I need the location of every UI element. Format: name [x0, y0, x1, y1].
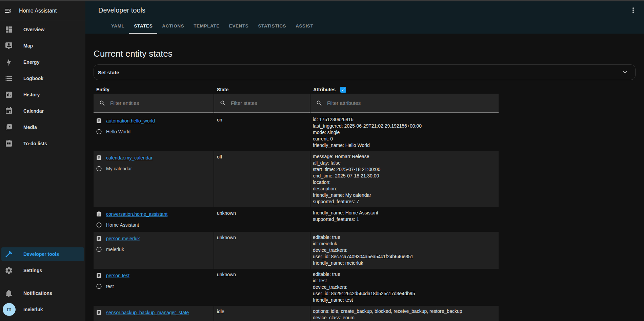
window-top-edge — [0, 0, 644, 1]
filter-row — [94, 94, 644, 113]
friendly-name: Hello World — [106, 129, 130, 134]
calendar-icon — [5, 107, 13, 115]
entity-id-link[interactable]: sensor.backup_backup_manager_state — [106, 310, 189, 315]
attribute-line: id: meierluk — [313, 241, 496, 247]
app-title: Home Assistant — [19, 8, 57, 14]
copy-entity-id-icon[interactable] — [96, 309, 102, 316]
info-icon[interactable] — [96, 166, 102, 172]
copy-entity-id-icon[interactable] — [96, 272, 102, 279]
attributes-checkbox[interactable] — [340, 87, 346, 93]
copy-entity-id-icon[interactable] — [96, 211, 102, 217]
attribute-line: friendly_name: My calendar — [313, 192, 496, 199]
attributes-cell: id: 1751230926816last_triggered: 2025-06… — [310, 114, 499, 151]
sidebar-spacer — [0, 152, 85, 245]
sidebar-item-logbook[interactable]: Logbook — [0, 70, 85, 87]
search-icon — [316, 100, 323, 107]
attributes-cell: editable: trueid: testdevice_trackers:us… — [310, 269, 499, 306]
info-icon[interactable] — [96, 222, 102, 228]
info-icon[interactable] — [96, 246, 102, 252]
sidebar-item-history[interactable]: History — [0, 87, 85, 103]
attributes-cell: options: idle, create_backup, blocked, r… — [310, 306, 499, 321]
sidebar-toggle-icon[interactable] — [4, 7, 12, 15]
play-box-multiple-icon — [5, 123, 13, 131]
sidebar-item-label: Map — [23, 43, 33, 49]
attribute-line: location: — [313, 179, 496, 186]
attributes-cell: message: Homarr Releaseall_day: falsesta… — [310, 151, 499, 207]
sidebar-profile[interactable]: m meierluk — [0, 301, 85, 318]
info-icon[interactable] — [96, 129, 102, 135]
notifications-label: Notifications — [23, 290, 52, 296]
attribute-line: user_id: 8ec7ca7409304a5ea54c1f24b646e35… — [313, 253, 496, 260]
section-heading: Current entity states — [94, 49, 644, 59]
sidebar-item-label: Overview — [23, 27, 44, 32]
format-list-bulleted-icon — [5, 74, 13, 82]
tooltip-account-icon — [5, 42, 13, 50]
sidebar-item-developer-tools[interactable]: Developer tools — [1, 247, 84, 261]
copy-entity-id-icon[interactable] — [96, 155, 102, 161]
tab-template[interactable]: TEMPLATE — [189, 19, 224, 34]
sidebar-item-settings[interactable]: Settings — [0, 262, 85, 279]
attribute-line: supported_features: 7 — [313, 199, 496, 205]
tab-assist[interactable]: ASSIST — [291, 19, 318, 34]
table-row: person.test test unknown editable: truei… — [94, 269, 644, 306]
table-row: person.meierluk meierluk unknown editabl… — [94, 232, 644, 269]
attribute-line: friendly_name: meierluk — [313, 260, 496, 266]
sidebar-item-notifications[interactable]: Notifications — [0, 285, 85, 301]
cog-icon — [5, 266, 13, 275]
page-title: Developer tools — [98, 6, 629, 14]
copy-entity-id-icon[interactable] — [96, 235, 102, 242]
attribute-line: message: Homarr Release — [313, 153, 496, 160]
avatar: m — [3, 303, 16, 316]
tab-bar: YAMLSTATESACTIONSTEMPLATEEVENTSSTATISTIC… — [106, 19, 644, 34]
search-icon — [99, 100, 106, 107]
state-cell: idle — [214, 306, 310, 321]
entity-id-link[interactable]: conversation.home_assistant — [106, 211, 167, 217]
entity-id-link[interactable]: automation.hello_world — [106, 118, 155, 124]
info-icon[interactable] — [96, 283, 102, 289]
flash-icon — [5, 58, 13, 66]
filter-attributes-input[interactable] — [327, 100, 499, 106]
entity-cell: conversation.home_assistant Home Assista… — [94, 207, 214, 232]
hammer-icon — [5, 250, 13, 258]
entity-cell: person.test test — [94, 269, 214, 306]
table-row: conversation.home_assistant Home Assista… — [94, 207, 644, 232]
state-filter-box — [214, 94, 310, 113]
attribute-line: end_time: 2025-07-18 21:30:00 — [313, 173, 496, 179]
entity-id-link[interactable]: person.test — [106, 273, 129, 278]
sidebar-item-label: Settings — [23, 268, 42, 273]
sidebar-nav: Overview Map Energy Logbook History Cale… — [0, 20, 85, 152]
filter-states-input[interactable] — [231, 100, 310, 106]
copy-entity-id-icon[interactable] — [96, 118, 102, 124]
sidebar-item-label: Calendar — [23, 108, 44, 114]
sidebar-item-energy[interactable]: Energy — [0, 54, 85, 70]
set-state-expansion-panel[interactable]: Set state — [94, 64, 636, 80]
overflow-menu-icon[interactable] — [629, 6, 637, 14]
friendly-name: test — [106, 284, 114, 289]
search-icon — [220, 100, 226, 107]
tab-actions[interactable]: ACTIONS — [157, 19, 189, 34]
entity-id-link[interactable]: person.meierluk — [106, 236, 140, 241]
tab-statistics[interactable]: STATISTICS — [253, 19, 291, 34]
entity-id-link[interactable]: calendar.my_calendar — [106, 155, 153, 160]
sidebar-bottom-nav: Developer tools Settings — [0, 245, 85, 279]
attribute-line: all_day: false — [313, 160, 496, 166]
sidebar-item-media[interactable]: Media — [0, 119, 85, 135]
tab-states[interactable]: STATES — [129, 19, 157, 34]
sidebar-item-label: Developer tools — [23, 251, 59, 257]
tab-yaml[interactable]: YAML — [106, 19, 129, 34]
sidebar-item-todo-lists[interactable]: To-do lists — [0, 135, 85, 152]
filter-entities-input[interactable] — [110, 100, 214, 106]
sidebar-item-map[interactable]: Map — [0, 38, 85, 54]
entity-cell: person.meierluk meierluk — [94, 232, 214, 269]
chart-box-icon — [5, 91, 13, 99]
sidebar-item-calendar[interactable]: Calendar — [0, 103, 85, 119]
attribute-line: editable: true — [313, 271, 496, 278]
attribute-line: mode: single — [313, 129, 496, 136]
column-header-state: State — [214, 87, 310, 92]
tab-events[interactable]: EVENTS — [224, 19, 254, 34]
sidebar-item-overview[interactable]: Overview — [0, 21, 85, 38]
table-header-row: Entity State Attributes — [94, 86, 644, 94]
state-cell: off — [214, 151, 310, 207]
sidebar-item-label: Media — [23, 125, 37, 130]
sidebar-item-label: Energy — [23, 59, 39, 65]
